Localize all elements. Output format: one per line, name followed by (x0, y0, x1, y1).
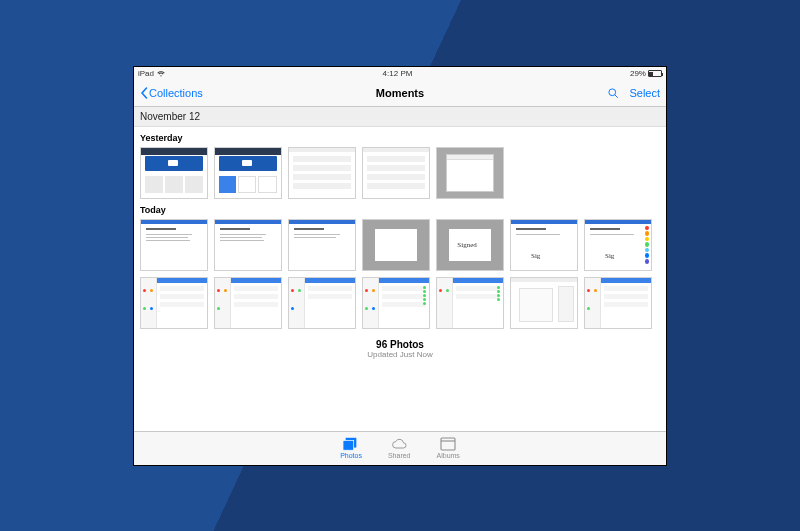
svg-line-1 (615, 95, 618, 98)
chevron-left-icon (140, 87, 148, 99)
status-time: 4:12 PM (383, 69, 413, 78)
device-label: iPad (138, 69, 154, 78)
photo-thumbnail[interactable] (214, 277, 282, 329)
svg-rect-3 (343, 440, 354, 450)
status-left: iPad (138, 69, 165, 78)
photos-icon (343, 437, 359, 451)
tab-label: Photos (340, 452, 362, 459)
photo-thumbnail[interactable]: Sig (510, 219, 578, 271)
photo-thumbnail[interactable] (436, 277, 504, 329)
photo-count-footer: 96 Photos Updated Just Now (140, 339, 660, 359)
photo-thumbnail[interactable] (362, 147, 430, 199)
tab-photos[interactable]: Photos (340, 437, 362, 459)
photo-thumbnail[interactable] (510, 277, 578, 329)
photo-thumbnail[interactable] (362, 219, 430, 271)
battery-icon (648, 70, 662, 77)
status-bar: iPad 4:12 PM 29% (134, 67, 666, 81)
tab-albums[interactable]: Albums (437, 437, 460, 459)
section-header: November 12 (134, 107, 666, 127)
ipad-window: iPad 4:12 PM 29% Collections Moments Sel… (133, 66, 667, 466)
svg-rect-4 (441, 438, 455, 450)
page-background: iPad 4:12 PM 29% Collections Moments Sel… (0, 0, 800, 531)
albums-icon (440, 437, 456, 451)
photo-count: 96 Photos (140, 339, 660, 350)
search-icon[interactable] (607, 87, 619, 99)
photo-thumbnail[interactable] (140, 147, 208, 199)
photo-thumbnail[interactable] (436, 147, 504, 199)
photo-thumbnail[interactable]: Signed (436, 219, 504, 271)
page-title: Moments (134, 87, 666, 99)
content-area[interactable]: Yesterday Today Signed Sig Sig (134, 127, 666, 431)
photo-thumbnail[interactable] (288, 277, 356, 329)
photo-thumbnail[interactable] (362, 277, 430, 329)
section-date: November 12 (140, 111, 200, 122)
battery-percent: 29% (630, 69, 646, 78)
wifi-icon (157, 71, 165, 77)
group-title-today: Today (140, 205, 660, 215)
nav-bar: Collections Moments Select (134, 81, 666, 107)
tab-bar: Photos Shared Albums (134, 431, 666, 465)
tab-label: Shared (388, 452, 411, 459)
photo-thumbnail[interactable] (140, 277, 208, 329)
photo-thumbnail[interactable] (288, 219, 356, 271)
photo-thumbnail[interactable] (214, 219, 282, 271)
photo-thumbnail[interactable] (140, 219, 208, 271)
photo-thumbnail[interactable] (288, 147, 356, 199)
back-label: Collections (149, 87, 203, 99)
photo-thumbnail[interactable] (214, 147, 282, 199)
status-right: 29% (630, 69, 662, 78)
photo-thumbnail[interactable] (584, 277, 652, 329)
cloud-icon (391, 437, 407, 451)
thumb-row (140, 277, 660, 329)
tab-shared[interactable]: Shared (388, 437, 411, 459)
back-button[interactable]: Collections (140, 87, 203, 99)
thumb-row (140, 147, 660, 199)
photo-thumbnail[interactable]: Sig (584, 219, 652, 271)
group-title-yesterday: Yesterday (140, 133, 660, 143)
select-button[interactable]: Select (629, 87, 660, 99)
tab-label: Albums (437, 452, 460, 459)
thumb-row: Signed Sig Sig (140, 219, 660, 271)
updated-label: Updated Just Now (140, 350, 660, 359)
